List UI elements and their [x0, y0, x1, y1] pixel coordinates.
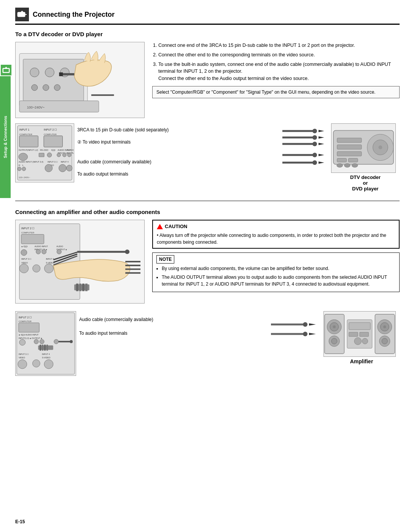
svg-rect-70 — [337, 138, 362, 142]
svg-marker-53 — [319, 130, 324, 132]
caution-bullet: • — [157, 233, 159, 238]
sidebar-icon — [1, 65, 11, 75]
svg-text:INPUT 4: INPUT 4 — [46, 258, 54, 260]
header-icon — [15, 8, 29, 21]
svg-point-76 — [344, 163, 350, 167]
svg-text:COMPUTER: COMPUTER — [21, 232, 35, 234]
svg-marker-62 — [319, 154, 324, 156]
svg-text:RS-232C: RS-232C — [40, 149, 48, 151]
svg-text:S-VIDEO: S-VIDEO — [42, 356, 50, 359]
svg-text:R: R — [19, 164, 20, 166]
svg-marker-65 — [319, 161, 324, 164]
dtv-label-line1: DTV decoder — [331, 174, 400, 180]
svg-point-35 — [47, 153, 52, 157]
panel-small-diagram: INPUT 1 INPUT 2 ☐ COMPUTER COMPUTER OUTP… — [15, 123, 74, 182]
label-video: ② To video input terminals — [77, 139, 131, 145]
label-audio-out: To audio output terminals — [77, 171, 128, 177]
svg-rect-112 — [85, 284, 88, 291]
section1-title: To a DTV decoder or DVD player — [15, 31, 400, 37]
svg-point-141 — [303, 332, 307, 336]
label-3rca: 3RCA to 15 pin D-sub cable (sold separat… — [77, 127, 169, 133]
svg-text:IQ()I: IQ()I — [51, 149, 56, 151]
svg-point-154 — [362, 338, 368, 344]
svg-point-13 — [54, 85, 60, 91]
amp-device-img — [323, 311, 396, 357]
svg-text:L: L — [22, 164, 24, 166]
note-box-amp: NOTE By using external audio components,… — [152, 252, 400, 292]
svg-rect-72 — [337, 151, 362, 156]
cable-diagram-row: INPUT 1 INPUT 2 ☐ COMPUTER COMPUTER OUTP… — [15, 123, 400, 192]
svg-marker-56 — [319, 136, 324, 139]
dtv-device-img — [331, 123, 396, 173]
svg-rect-24 — [19, 136, 38, 147]
svg-text:OUTPUT(INPUT 1,2): OUTPUT(INPUT 1,2) — [19, 149, 38, 151]
svg-point-160 — [382, 338, 387, 344]
svg-point-69 — [379, 145, 382, 149]
instruction-3: To use the built-in audio system, connec… — [158, 61, 400, 82]
cables-svg — [282, 125, 328, 171]
svg-point-98 — [19, 264, 29, 273]
cable-labels-col: 3RCA to 15 pin D-sub cable (sold separat… — [77, 123, 279, 177]
svg-point-8 — [30, 68, 39, 77]
svg-point-90 — [57, 249, 61, 254]
svg-text:COMPUTER: COMPUTER — [19, 133, 32, 136]
svg-point-61 — [312, 153, 317, 157]
svg-point-158 — [383, 325, 386, 328]
caution-label: CAUTION — [165, 223, 187, 230]
svg-point-153 — [354, 337, 362, 345]
svg-point-100 — [45, 264, 54, 273]
gui-note-text: Select "Computer/RGB" or "Component" for… — [156, 89, 376, 95]
sidebar-label: Setup & Connections — [3, 116, 8, 158]
section-amplifier: Connecting an amplifier and other audio … — [15, 209, 400, 376]
amp-cables-svg — [271, 317, 320, 347]
svg-text:COMPUTER: COMPUTER — [44, 133, 57, 136]
svg-point-77 — [352, 163, 358, 167]
svg-point-138 — [303, 322, 307, 327]
page-number: E-15 — [15, 519, 25, 524]
svg-text:◈ IQ()I AUDIO INPUT: ◈ IQ()I AUDIO INPUT — [19, 334, 39, 336]
svg-text:INPUT 4: INPUT 4 — [61, 161, 68, 163]
cable-label-3rca: 3RCA to 15 pin D-sub cable (sold separat… — [77, 127, 279, 133]
svg-rect-25 — [44, 136, 62, 147]
cable-label-video: ② To video input terminals — [77, 139, 279, 145]
svg-rect-34 — [39, 153, 44, 157]
svg-point-75 — [337, 163, 343, 167]
svg-point-121 — [40, 339, 44, 344]
svg-point-136 — [44, 359, 53, 369]
svg-text:AUDIO: AUDIO — [67, 149, 73, 151]
instruction-1: Connect one end of the 3RCA to 15 pin D-… — [158, 42, 400, 49]
bottom-cable-row: INPUT 2 ☐ COMPUTER ◈ IQ()I AUDIO INPUT I… — [15, 311, 400, 376]
instruction-2: Connect the other end to the correspondi… — [158, 51, 400, 59]
svg-point-64 — [312, 160, 317, 165]
svg-rect-15 — [59, 72, 63, 76]
caution-triangle-icon — [157, 224, 163, 229]
svg-rect-81 — [21, 234, 44, 244]
svg-point-45 — [18, 167, 21, 171]
svg-point-11 — [32, 85, 38, 91]
amp-main-diagram: INPUT 2 ☐ COMPUTER ◈ IQ()I AUDIO INPUT I… — [15, 220, 145, 304]
caution-box: CAUTION • Always turn off the projector … — [152, 220, 400, 249]
caution-title: CAUTION — [157, 223, 395, 230]
caution-text: • Always turn off the projector while co… — [157, 232, 395, 246]
svg-marker-139 — [309, 323, 316, 326]
page-header: Connecting the Projector — [15, 8, 400, 25]
svg-rect-1 — [3, 69, 9, 72]
svg-text:AUDIO INPUT (INPUT 3,4): AUDIO INPUT (INPUT 3,4) — [19, 161, 43, 163]
section-dtv: To a DTV decoder or DVD player — [15, 31, 400, 192]
svg-text:COMPUTER: COMPUTER — [19, 320, 32, 323]
svg-rect-74 — [348, 158, 358, 162]
svg-point-9 — [45, 68, 54, 77]
svg-text:INPUT 2 ☐: INPUT 2 ☐ — [44, 128, 57, 131]
cable-label-audio-out: To audio output terminals — [77, 171, 279, 177]
svg-point-12 — [43, 85, 49, 91]
svg-text:INPUT 3 ☐: INPUT 3 ☐ — [21, 258, 32, 260]
svg-point-58 — [312, 142, 317, 146]
svg-rect-7 — [23, 59, 84, 101]
amp-cable-labels: Audio cable (commercially available) To … — [79, 311, 268, 336]
svg-text:INPUT 2 ☐: INPUT 2 ☐ — [19, 316, 32, 319]
note-item-1: By using external audio components, the … — [162, 265, 395, 272]
svg-point-47 — [45, 165, 53, 172]
svg-point-122 — [54, 339, 59, 344]
dtv-label-line3: DVD player — [331, 186, 400, 192]
svg-point-146 — [333, 325, 336, 328]
